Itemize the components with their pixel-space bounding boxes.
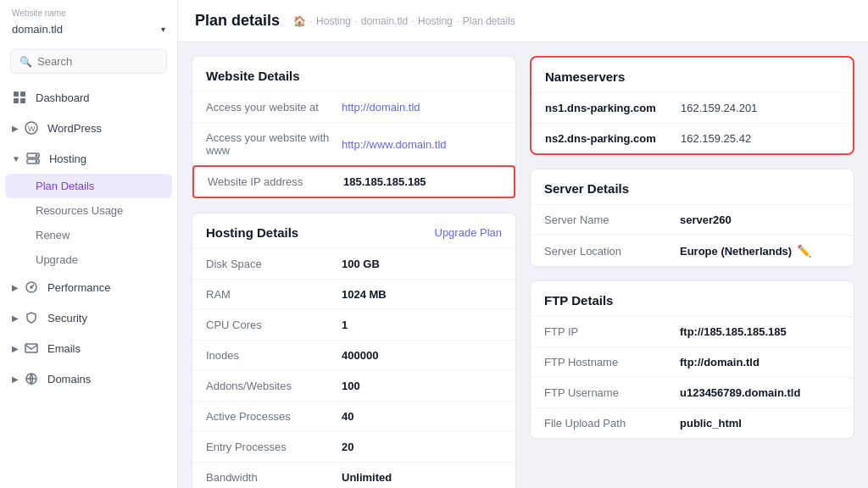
website-ip-value: 185.185.185.185 bbox=[343, 175, 426, 188]
svg-rect-2 bbox=[14, 98, 19, 103]
ftp-row-0: FTP IP ftp://185.185.185.185 bbox=[531, 316, 854, 347]
ftp-row-2: FTP Username u123456789.domain.tld bbox=[531, 377, 854, 408]
svg-text:W: W bbox=[28, 125, 36, 133]
nameserver-ip: 162.159.24.201 bbox=[681, 102, 757, 114]
sidebar: Website name domain.tld ▾ 🔍 Dashboard ▶ … bbox=[0, 0, 178, 488]
detail-label: Bandwidth bbox=[206, 471, 342, 484]
detail-value: http://domain.tld bbox=[342, 101, 420, 114]
hosting-row-4: Addons/Websites 100 bbox=[192, 370, 515, 401]
svg-rect-1 bbox=[20, 92, 25, 97]
www-link[interactable]: http://www.domain.tld bbox=[342, 138, 447, 151]
sidebar-item-renew[interactable]: Renew bbox=[0, 223, 177, 247]
search-icon: 🔍 bbox=[19, 56, 32, 68]
sidebar-item-upgrade[interactable]: Upgrade bbox=[0, 247, 177, 272]
website-detail-row-0: Access your website at http://domain.tld bbox=[192, 92, 515, 122]
sidebar-item-label: WordPress bbox=[47, 122, 102, 135]
sidebar-item-emails[interactable]: ▶ Emails bbox=[0, 333, 177, 363]
sidebar-item-security[interactable]: ▶ Security bbox=[0, 302, 177, 333]
nameserver-ip: 162.159.25.42 bbox=[681, 132, 751, 145]
page-header: Plan details 🏠 - Hosting - domain.tld - … bbox=[178, 0, 868, 42]
detail-value: 1 bbox=[342, 319, 348, 331]
nameserver-row-0: ns1.dns-parking.com 162.159.24.201 bbox=[531, 92, 853, 123]
nameserver-name: ns1.dns-parking.com bbox=[545, 102, 681, 114]
hosting-icon bbox=[25, 151, 41, 166]
hosting-row-5: Active Processes 40 bbox=[192, 401, 515, 431]
sidebar-item-hosting[interactable]: ▼ Hosting bbox=[0, 143, 177, 174]
upgrade-plan-link[interactable]: Upgrade Plan bbox=[435, 226, 503, 239]
hosting-row-1: RAM 1024 MB bbox=[192, 279, 515, 309]
detail-label: Addons/Websites bbox=[206, 380, 342, 392]
detail-value: http://www.domain.tld bbox=[342, 138, 447, 151]
website-name-value: domain.tld bbox=[12, 23, 63, 36]
sidebar-item-label: Emails bbox=[47, 342, 81, 355]
detail-label: FTP Hostname bbox=[544, 356, 680, 369]
sidebar-item-wordpress[interactable]: ▶ W WordPress bbox=[0, 113, 177, 143]
hosting-row-6: Entry Processes 20 bbox=[192, 431, 515, 462]
detail-label: CPU Cores bbox=[206, 319, 342, 331]
ftp-hostname-value: ftp://domain.tld bbox=[680, 356, 760, 369]
sidebar-item-plan-details[interactable]: Plan Details bbox=[5, 174, 172, 198]
sidebar-item-label: Performance bbox=[47, 281, 110, 294]
breadcrumb-part-3: Hosting bbox=[418, 15, 453, 27]
arrow-right-icon: ▶ bbox=[12, 344, 19, 353]
breadcrumb-part-4: Plan details bbox=[463, 15, 515, 27]
shield-icon bbox=[24, 310, 39, 325]
website-ip-row: Website IP address 185.185.185.185 bbox=[192, 165, 515, 198]
detail-label: Access your website with www bbox=[206, 131, 342, 157]
main-content: Plan details 🏠 - Hosting - domain.tld - … bbox=[178, 0, 868, 488]
detail-value: 100 bbox=[342, 380, 360, 392]
detail-value: 40 bbox=[342, 410, 353, 423]
svg-rect-12 bbox=[25, 344, 37, 352]
breadcrumb: 🏠 - Hosting - domain.tld - Hosting - Pla… bbox=[293, 15, 515, 27]
hosting-row-7: Bandwidth Unlimited bbox=[192, 462, 515, 488]
gauge-icon bbox=[24, 280, 39, 295]
detail-label: FTP IP bbox=[544, 325, 680, 338]
detail-label: Disk Space bbox=[206, 258, 342, 270]
detail-label: Inodes bbox=[206, 349, 342, 362]
website-link[interactable]: http://domain.tld bbox=[342, 101, 420, 114]
sidebar-item-dashboard[interactable]: Dashboard bbox=[0, 82, 177, 113]
svg-point-11 bbox=[31, 286, 32, 288]
detail-value: 20 bbox=[342, 441, 353, 453]
wordpress-icon: W bbox=[24, 120, 39, 136]
detail-label: Access your website at bbox=[206, 101, 342, 114]
sidebar-item-resources-usage[interactable]: Resources Usage bbox=[0, 198, 177, 223]
globe-icon bbox=[24, 371, 39, 386]
sidebar-item-label: Security bbox=[47, 312, 87, 324]
server-details-title: Server Details bbox=[531, 169, 854, 204]
hosting-details-header: Hosting Details Upgrade Plan bbox=[192, 214, 515, 248]
server-location-container: Europe (Netherlands) ✏️ bbox=[680, 244, 811, 258]
mail-icon bbox=[24, 341, 39, 356]
detail-label: Server Location bbox=[544, 245, 680, 258]
hosting-row-0: Disk Space 100 GB bbox=[192, 248, 515, 279]
arrow-right-icon: ▶ bbox=[12, 124, 19, 133]
website-name-select[interactable]: domain.tld ▾ bbox=[0, 19, 177, 44]
detail-label: Entry Processes bbox=[206, 441, 342, 453]
hosting-details-card: Hosting Details Upgrade Plan Disk Space … bbox=[192, 213, 516, 488]
chevron-down-icon: ▾ bbox=[161, 25, 165, 34]
server-details-card: Server Details Server Name server260 Ser… bbox=[530, 169, 854, 267]
hosting-row-2: CPU Cores 1 bbox=[192, 309, 515, 340]
website-name-section: Website name domain.tld ▾ bbox=[0, 0, 177, 44]
content-grid: Website Details Access your website at h… bbox=[178, 42, 868, 488]
search-box: 🔍 bbox=[10, 49, 167, 74]
detail-label: Active Processes bbox=[206, 410, 342, 423]
svg-point-8 bbox=[36, 155, 37, 157]
sidebar-item-domains[interactable]: ▶ Domains bbox=[0, 363, 177, 394]
ftp-ip-value: ftp://185.185.185.185 bbox=[680, 325, 787, 338]
detail-label: File Upload Path bbox=[544, 417, 680, 430]
location-text: Europe (Netherlands) bbox=[680, 245, 792, 258]
ftp-username-value: u123456789.domain.tld bbox=[680, 386, 800, 399]
sidebar-item-performance[interactable]: ▶ Performance bbox=[0, 272, 177, 302]
ftp-path-value: public_html bbox=[680, 417, 742, 430]
nameservers-card: Nameservers ns1.dns-parking.com 162.159.… bbox=[530, 56, 854, 155]
ftp-row-1: FTP Hostname ftp://domain.tld bbox=[531, 347, 854, 377]
website-name-label: Website name bbox=[0, 0, 177, 19]
edit-icon[interactable]: ✏️ bbox=[797, 244, 811, 258]
search-input[interactable] bbox=[37, 55, 158, 68]
detail-value: Unlimited bbox=[342, 471, 392, 484]
sidebar-item-label: Hosting bbox=[49, 152, 86, 165]
arrow-right-icon: ▶ bbox=[12, 283, 19, 292]
server-name-value: server260 bbox=[680, 214, 732, 226]
nameserver-name: ns2.dns-parking.com bbox=[545, 132, 681, 145]
